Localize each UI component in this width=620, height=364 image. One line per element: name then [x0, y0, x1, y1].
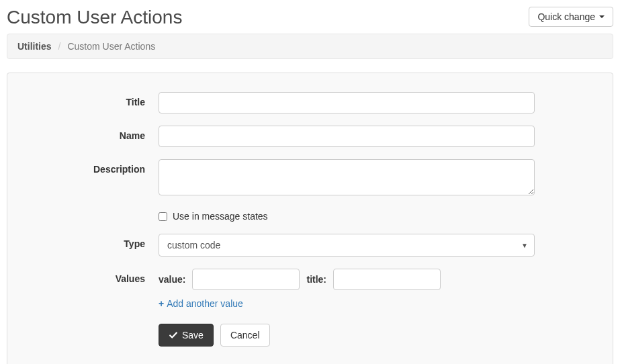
- title-input[interactable]: [159, 92, 535, 113]
- plus-icon: +: [159, 299, 164, 308]
- add-another-value-label: Add another value: [167, 298, 243, 309]
- use-in-message-states-row[interactable]: Use in message states: [159, 210, 535, 222]
- value-input[interactable]: [192, 269, 300, 290]
- cancel-button[interactable]: Cancel: [220, 324, 270, 347]
- value-title-input[interactable]: [333, 269, 441, 290]
- value-sublabel: value:: [159, 274, 185, 285]
- breadcrumb: Utilities / Custom User Actions: [7, 34, 613, 59]
- save-button[interactable]: Save: [159, 324, 214, 347]
- description-label: Description: [34, 159, 159, 175]
- title-label: Title: [34, 92, 159, 107]
- type-label: Type: [34, 234, 159, 249]
- page-title: Custom User Actions: [7, 7, 182, 28]
- quick-change-label: Quick change: [537, 11, 595, 22]
- breadcrumb-current: Custom User Actions: [67, 41, 155, 52]
- use-in-message-states-checkbox[interactable]: [159, 212, 167, 221]
- title-sublabel: title:: [306, 274, 326, 285]
- type-select[interactable]: custom code: [159, 234, 535, 257]
- use-in-message-states-label: Use in message states: [173, 211, 268, 222]
- add-another-value-link[interactable]: + Add another value: [159, 298, 243, 309]
- cancel-label: Cancel: [230, 330, 260, 340]
- name-label: Name: [34, 126, 159, 141]
- values-label: Values: [34, 269, 159, 284]
- check-icon: [169, 330, 178, 340]
- form-panel: Title Name Description Use in message st…: [7, 73, 613, 364]
- caret-down-icon: [599, 15, 605, 18]
- quick-change-button[interactable]: Quick change: [529, 7, 613, 27]
- description-textarea[interactable]: [159, 159, 535, 195]
- save-label: Save: [182, 330, 204, 340]
- breadcrumb-separator: /: [58, 41, 61, 52]
- breadcrumb-parent[interactable]: Utilities: [17, 41, 52, 52]
- name-input[interactable]: [159, 126, 535, 147]
